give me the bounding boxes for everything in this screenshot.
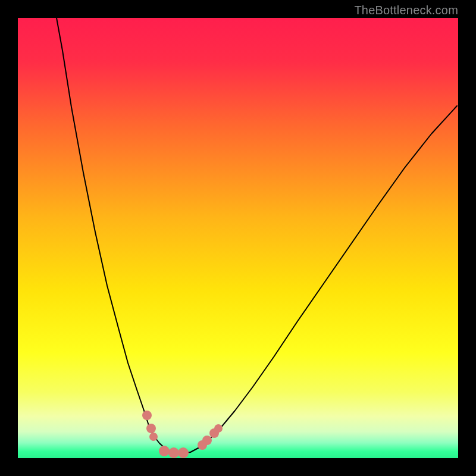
chart-svg [18,18,458,458]
outer-frame: TheBottleneck.com [0,0,476,476]
data-marker [159,446,170,456]
data-marker [202,436,212,445]
data-marker [214,424,223,433]
plot-area [18,18,458,458]
data-marker [168,447,179,458]
watermark-text: TheBottleneck.com [354,4,458,17]
data-marker [146,424,156,433]
data-marker [142,411,152,420]
background-gradient [18,18,458,458]
data-marker [178,447,189,458]
data-marker [149,433,158,441]
